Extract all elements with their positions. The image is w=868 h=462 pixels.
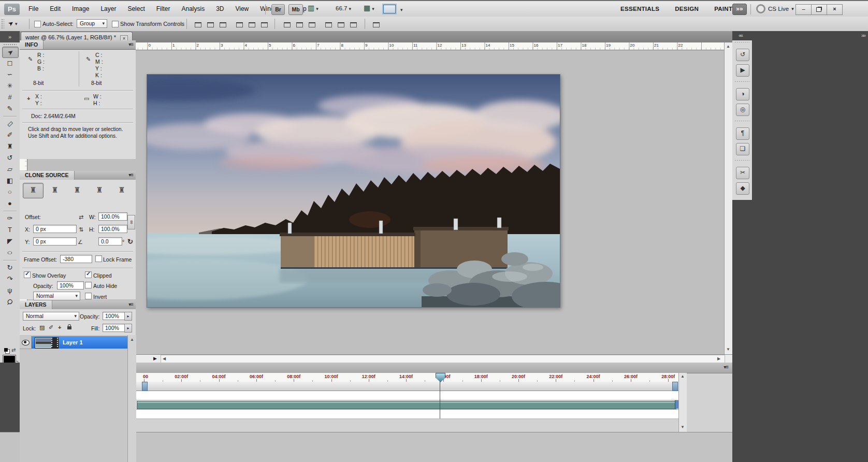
track-lane-comments[interactable] bbox=[136, 391, 678, 400]
info-bit-depth-right[interactable]: 8-bit bbox=[91, 80, 102, 86]
cs-live-button[interactable]: CS Live▾ bbox=[756, 4, 794, 13]
auto-hide-checkbox[interactable] bbox=[85, 282, 92, 288]
info-panel-tab[interactable]: INFO bbox=[20, 40, 44, 49]
view-extras-icon[interactable]: ▥▾ bbox=[308, 4, 319, 12]
collapse-panels-icon[interactable]: «« bbox=[739, 33, 742, 38]
clone-angle-field[interactable]: 0.0 bbox=[98, 237, 122, 246]
workspace-overflow-button[interactable]: »» bbox=[732, 4, 747, 15]
workspace-essentials[interactable]: ESSENTIALS bbox=[620, 6, 659, 12]
reset-transform-icon[interactable]: ↻ bbox=[127, 238, 133, 246]
lock-frame-checkbox[interactable] bbox=[95, 255, 102, 262]
zoom-level-control[interactable]: 66.7▾ bbox=[336, 5, 351, 11]
menu-view[interactable]: View bbox=[229, 5, 254, 12]
duration-end-marker[interactable] bbox=[675, 400, 678, 409]
toolbar-collapse-header[interactable]: » bbox=[0, 31, 20, 42]
menu-layer[interactable]: Layer bbox=[95, 5, 122, 12]
layer-blend-mode-dropdown[interactable]: Normal bbox=[23, 312, 79, 321]
align-right-edges-icon[interactable] bbox=[259, 20, 269, 28]
clone-blend-mode-dropdown[interactable]: Normal bbox=[33, 292, 80, 300]
menu-3d[interactable]: 3D bbox=[210, 5, 229, 12]
history-panel-icon[interactable]: ↺ bbox=[736, 49, 749, 61]
zoom-tool[interactable]: Ϙ bbox=[2, 297, 18, 307]
toolbar-grip[interactable] bbox=[3, 44, 17, 46]
scroll-left-icon[interactable]: ◀ bbox=[163, 356, 166, 361]
layers-scrollbar[interactable]: ▲ bbox=[127, 335, 136, 462]
crop-tool[interactable]: # bbox=[2, 92, 18, 103]
clone-source-slot-2[interactable]: ♜ bbox=[45, 183, 65, 197]
screen-mode-icon[interactable] bbox=[383, 5, 396, 13]
expand-panels-icon[interactable]: »» bbox=[861, 33, 865, 38]
distribute-left-edges-icon[interactable] bbox=[323, 20, 334, 28]
layer-opacity-spinner[interactable]: ▸ bbox=[124, 312, 132, 321]
canvas-horizontal-scrollbar[interactable]: ◀ ▶ bbox=[161, 355, 725, 363]
clone-source-slot-5[interactable]: ♜ bbox=[112, 183, 132, 197]
lasso-tool[interactable]: ∽ bbox=[2, 69, 18, 80]
clone-x-field[interactable]: 0 px bbox=[33, 225, 77, 233]
actions-panel-icon[interactable]: ▶ bbox=[736, 64, 749, 77]
distribute-vertical-centers-icon[interactable] bbox=[294, 20, 305, 28]
eraser-tool[interactable]: ▱ bbox=[2, 164, 18, 175]
distribute-horizontal-centers-icon[interactable] bbox=[336, 20, 346, 28]
scroll-right-icon[interactable]: ▶ bbox=[717, 356, 720, 361]
layer-name[interactable]: Layer 1 bbox=[63, 339, 83, 345]
clone-source-panel-menu-icon[interactable]: ▾≡ bbox=[128, 172, 133, 178]
path-selection-tool[interactable]: ◤ bbox=[2, 236, 18, 247]
swap-colors-icon[interactable]: ⇄ bbox=[11, 347, 16, 353]
restore-button[interactable] bbox=[812, 4, 827, 15]
default-colors-icon[interactable] bbox=[4, 348, 8, 352]
layer-fill-field[interactable]: 100% bbox=[103, 324, 125, 332]
lock-all-icon[interactable] bbox=[67, 326, 71, 329]
3d-camera-rotate-tool[interactable]: ↷ bbox=[2, 274, 18, 284]
hand-tool[interactable]: ψ bbox=[2, 285, 18, 296]
info-panel-menu-icon[interactable]: ▾≡ bbox=[128, 41, 133, 47]
track-lane-layer-1[interactable] bbox=[136, 400, 678, 410]
auto-align-layers-icon[interactable] bbox=[371, 20, 381, 28]
chevron-down-icon[interactable]: ▾ bbox=[400, 7, 403, 12]
adjustments-panel-icon[interactable]: ◑ bbox=[736, 88, 749, 100]
clone-source-panel-tab[interactable]: CLONE SOURCE bbox=[20, 171, 75, 180]
clipped-checkbox[interactable] bbox=[85, 271, 92, 278]
align-bottom-edges-icon[interactable] bbox=[218, 20, 228, 28]
show-transform-controls-checkbox[interactable] bbox=[112, 21, 119, 27]
align-left-edges-icon[interactable] bbox=[234, 20, 244, 28]
history-brush-tool[interactable]: ↺ bbox=[2, 153, 18, 163]
scroll-up-icon[interactable]: ▲ bbox=[726, 44, 730, 49]
video-duration-bar[interactable] bbox=[137, 401, 676, 409]
masks-panel-icon[interactable]: ◎ bbox=[736, 104, 749, 116]
move-tool[interactable]: ➤ bbox=[2, 47, 19, 58]
3d-panel-icon[interactable]: ◆ bbox=[736, 182, 749, 195]
layer-opacity-field[interactable]: 100% bbox=[103, 312, 125, 320]
ellipse-tool[interactable]: ○ bbox=[2, 248, 18, 258]
launch-mini-bridge-button[interactable]: Mb bbox=[288, 4, 303, 15]
align-top-edges-icon[interactable] bbox=[193, 20, 203, 28]
clone-h-field[interactable]: 100.0% bbox=[98, 225, 127, 233]
rectangular-marquee-tool[interactable]: ◻ bbox=[2, 58, 18, 68]
menu-image[interactable]: Image bbox=[66, 5, 95, 12]
layers-panel-tab[interactable]: LAYERS bbox=[20, 300, 52, 309]
frame-offset-field[interactable]: -380 bbox=[60, 255, 92, 263]
menu-edit[interactable]: Edit bbox=[44, 5, 66, 12]
menu-select[interactable]: Select bbox=[122, 5, 150, 12]
strip-grip[interactable] bbox=[734, 41, 750, 44]
clone-w-field[interactable]: 100.0% bbox=[98, 212, 127, 221]
clone-source-slot-3[interactable]: ♜ bbox=[67, 183, 87, 197]
strip-grip[interactable] bbox=[734, 81, 750, 83]
timeline-work-area-bar[interactable] bbox=[136, 382, 678, 391]
workspace-design[interactable]: DESIGN bbox=[675, 6, 699, 12]
distribute-bottom-edges-icon[interactable] bbox=[307, 20, 317, 28]
launch-bridge-button[interactable]: Br bbox=[271, 4, 285, 15]
arrange-documents-icon[interactable]: ▦▾ bbox=[364, 4, 374, 12]
layer-comps-panel-icon[interactable]: ❏ bbox=[736, 143, 749, 155]
flip-horizontal-icon[interactable]: ⇄ bbox=[79, 214, 83, 221]
link-scale-button[interactable]: ∞ bbox=[127, 215, 135, 229]
lock-position-icon[interactable]: + bbox=[58, 324, 61, 330]
timeline-ruler[interactable]: 0002:00f04:00f06:00f08:00f10:00f12:00f14… bbox=[136, 373, 678, 382]
close-button[interactable]: × bbox=[827, 4, 843, 15]
blur-tool[interactable]: ○ bbox=[2, 187, 18, 197]
clone-y-field[interactable]: 0 px bbox=[33, 237, 77, 246]
layer-fill-spinner[interactable]: ▸ bbox=[124, 324, 132, 333]
scroll-down-icon[interactable]: ▼ bbox=[726, 347, 730, 352]
menu-analysis[interactable]: Analysis bbox=[176, 5, 210, 12]
layer-visibility-cell[interactable] bbox=[20, 336, 32, 349]
canvas-vertical-scrollbar[interactable]: ▲ ▼ bbox=[724, 42, 733, 354]
